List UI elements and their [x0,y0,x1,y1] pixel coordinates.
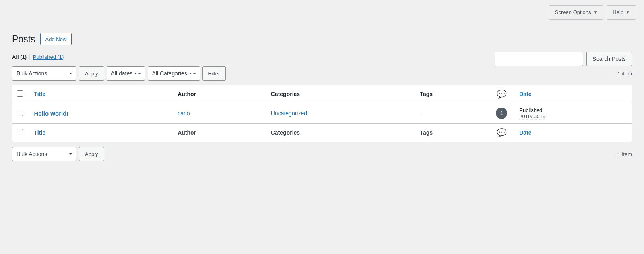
bottom-filter-left: Bulk Actions Edit Move to Trash Apply [12,147,104,161]
row-checkbox-col [12,103,29,124]
post-status: Published [519,107,626,113]
help-button[interactable]: Help ▼ [607,5,636,20]
table-footer-row: Title Author Categories Tags 💬 [12,124,632,142]
row-date-col: Published 2019/03/19 [514,103,632,124]
footer-comments-col: 💬 [489,124,514,142]
author-column-header: Author [178,91,196,97]
posts-table: Title Author Categories Tags 💬 [12,85,632,142]
footer-date-col: Date [514,124,632,142]
row-category-col: Uncategorized [265,103,415,124]
tags-column-header: Tags [420,91,433,97]
search-area: Search Posts [495,52,632,66]
header-tags-col: Tags [414,85,489,103]
footer-categories-header: Categories [271,129,300,136]
dates-select[interactable]: All dates [107,66,145,81]
comment-icon-header: 💬 [497,90,507,98]
post-title-link[interactable]: Hello world! [34,110,69,117]
top-toolbar: Bulk Actions Edit Move to Trash Apply Al… [12,66,632,81]
bulk-actions-select-bottom[interactable]: Bulk Actions Edit Move to Trash [12,147,76,161]
categories-select[interactable]: All Categories [148,66,200,81]
date-column-header[interactable]: Date [519,91,531,97]
top-bar: Screen Options ▼ Help ▼ [0,0,644,25]
table-footer: Title Author Categories Tags 💬 [12,124,632,142]
footer-tags-col: Tags [414,124,489,142]
bulk-actions-select-top[interactable]: Bulk Actions Edit Move to Trash [12,66,76,81]
header-title-col: Title [29,85,172,103]
row-checkbox[interactable] [17,110,23,116]
add-new-button[interactable]: Add New [40,33,72,45]
main-content: Posts Add New All (1) | Published (1) Se… [0,25,644,173]
title-column-header[interactable]: Title [34,91,46,97]
comment-count-link[interactable]: 1 [496,108,507,119]
footer-tags-header: Tags [420,129,433,136]
header-checkbox-col [12,85,29,103]
search-input[interactable] [495,52,583,66]
header-comments-col: 💬 [489,85,514,103]
row-tags-col: — [414,103,489,124]
table-body: Hello world! carlo Uncategorized — 1 [12,103,632,124]
help-chevron-icon: ▼ [626,10,630,15]
comment-icon-footer: 💬 [497,128,507,137]
table-header-row: Title Author Categories Tags 💬 [12,85,632,103]
apply-button-bottom[interactable]: Apply [79,147,104,161]
post-category-link[interactable]: Uncategorized [271,110,307,117]
search-posts-button[interactable]: Search Posts [586,52,632,66]
filter-separator: | [29,54,31,60]
filter-links: All (1) | Published (1) [12,54,64,60]
header-row: All (1) | Published (1) Search Posts [12,52,632,66]
page-header: Posts Add New [12,33,632,45]
filter-all-link[interactable]: All (1) [12,54,27,60]
select-all-checkbox[interactable] [17,90,23,97]
post-date: 2019/03/19 [519,113,626,119]
item-count-top: 1 item [618,71,632,77]
apply-button-top[interactable]: Apply [79,66,104,81]
post-author-link[interactable]: carlo [178,110,190,117]
item-count-bottom: 1 item [618,151,632,157]
footer-categories-col: Categories [265,124,415,142]
categories-column-header: Categories [271,91,300,97]
posts-table-wrapper: Title Author Categories Tags 💬 [12,85,632,142]
filter-published-link[interactable]: Published (1) [33,54,64,60]
comment-badge: 1 [496,108,507,119]
row-comments-col: 1 [489,103,514,124]
filter-button[interactable]: Filter [202,66,226,81]
footer-checkbox-col [12,124,29,142]
comment-badge-cell: 1 [495,108,508,119]
comment-count: 1 [500,110,503,116]
header-author-col: Author [172,85,265,103]
table-row: Hello world! carlo Uncategorized — 1 [12,103,632,124]
footer-title-col: Title [29,124,172,142]
footer-author-col: Author [172,124,265,142]
page-title: Posts [12,34,35,45]
footer-author-header: Author [178,129,196,136]
row-author-col: carlo [172,103,265,124]
table-header: Title Author Categories Tags 💬 [12,85,632,103]
footer-select-all-checkbox[interactable] [17,129,23,135]
help-label: Help [613,9,623,15]
bottom-toolbar: Bulk Actions Edit Move to Trash Apply 1 … [12,147,632,161]
screen-options-button[interactable]: Screen Options ▼ [549,5,604,20]
screen-options-chevron-icon: ▼ [593,10,597,15]
footer-date-header[interactable]: Date [519,129,531,136]
screen-options-label: Screen Options [555,9,591,15]
header-date-col: Date [514,85,632,103]
header-categories-col: Categories [265,85,415,103]
footer-title-header[interactable]: Title [34,129,46,136]
filter-left: Bulk Actions Edit Move to Trash Apply Al… [12,66,226,81]
row-title-col: Hello world! [29,103,172,124]
